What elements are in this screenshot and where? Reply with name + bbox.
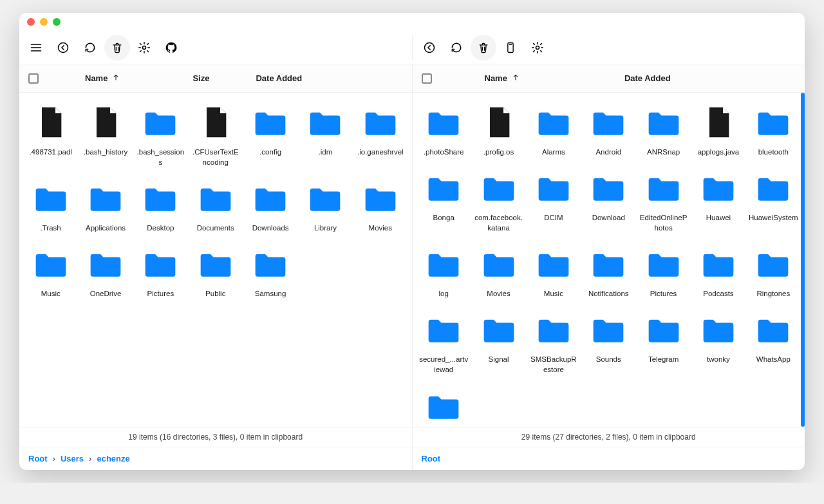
folder-item[interactable]: Telegram [636, 312, 691, 375]
folder-item[interactable]: Notifications [581, 246, 636, 299]
menu-button[interactable] [23, 35, 49, 61]
folder-item[interactable]: Android [581, 104, 636, 157]
item-label: Desktop [147, 223, 174, 233]
close-window-icon[interactable] [27, 18, 35, 26]
folder-item[interactable] [417, 388, 471, 427]
pane-right: Name Date Added .photoShare.profig.osAla… [412, 64, 805, 427]
folder-item[interactable]: Download [581, 170, 636, 233]
refresh-button[interactable] [77, 35, 103, 61]
folder-item[interactable]: com.facebook.katana [471, 170, 526, 233]
folder-item[interactable]: .config [243, 104, 297, 167]
file-item[interactable]: .bash_history [78, 104, 133, 167]
settings-button[interactable] [131, 35, 157, 61]
folder-item[interactable]: Ringtones [746, 246, 801, 299]
item-label: twonky [707, 354, 730, 364]
folder-icon [481, 170, 517, 206]
folder-item[interactable]: Huawei [691, 170, 745, 233]
app-window: Name Size Date Added .498731.padl.bash_h… [19, 13, 805, 470]
file-icon [700, 104, 736, 140]
folder-icon [590, 104, 626, 140]
folder-item[interactable]: Desktop [133, 180, 188, 233]
item-label: secured_...artviewad [419, 354, 469, 375]
folder-icon [590, 246, 626, 282]
folder-item[interactable]: .io.ganeshrvel [353, 104, 407, 167]
folder-item[interactable]: .photoShare [417, 104, 471, 157]
breadcrumb-item[interactable]: Root [422, 454, 441, 463]
folder-item[interactable]: DCIM [526, 170, 581, 233]
file-item[interactable]: applogs.java [691, 104, 745, 157]
folder-item[interactable]: Applications [78, 180, 133, 233]
folder-item[interactable]: Music [526, 246, 581, 299]
item-label: Movies [369, 223, 392, 233]
storage-button[interactable] [498, 35, 523, 61]
column-name[interactable]: Name [85, 73, 120, 84]
folder-item[interactable]: .idm [298, 104, 353, 167]
item-label: DCIM [544, 212, 563, 223]
folder-item[interactable]: .Trash [23, 180, 78, 233]
select-all-checkbox[interactable] [422, 73, 432, 84]
folder-item[interactable]: Movies [471, 246, 526, 299]
zoom-window-icon[interactable] [53, 18, 61, 26]
breadcrumb-item[interactable]: Users [61, 454, 84, 463]
folder-icon [700, 246, 736, 282]
scrollbar[interactable] [801, 93, 805, 427]
folder-item[interactable]: secured_...artviewad [417, 312, 471, 375]
select-all-checkbox[interactable] [28, 73, 39, 84]
item-label: HuaweiSystem [749, 212, 798, 223]
folder-item[interactable]: Pictures [636, 246, 691, 299]
folder-item[interactable]: SMSBackupRestore [526, 312, 581, 375]
folder-item[interactable]: Alarms [526, 104, 581, 157]
item-label: Bonga [433, 212, 454, 223]
delete-button[interactable] [471, 35, 496, 61]
folder-item[interactable]: Sounds [581, 312, 636, 375]
column-date[interactable]: Date Added [256, 73, 302, 83]
folder-item[interactable]: Podcasts [691, 246, 745, 299]
refresh-button[interactable] [444, 35, 469, 61]
folder-item[interactable]: Downloads [243, 180, 297, 233]
folder-item[interactable]: WhatsApp [746, 312, 801, 375]
item-label: Music [41, 288, 61, 299]
minimize-window-icon[interactable] [40, 18, 48, 26]
item-label: .498731.padl [29, 147, 72, 157]
file-item[interactable]: .profig.os [471, 104, 526, 157]
folder-item[interactable]: OneDrive [78, 246, 133, 299]
github-button[interactable] [158, 35, 184, 61]
folder-item[interactable]: Bonga [417, 170, 471, 233]
file-grid[interactable]: .photoShare.profig.osAlarmsAndroidANRSna… [413, 93, 805, 427]
breadcrumb-item[interactable]: Root [28, 454, 48, 463]
folder-item[interactable]: Documents [188, 180, 243, 233]
folder-icon [142, 246, 178, 282]
column-date[interactable]: Date Added [624, 73, 671, 83]
back-button[interactable] [50, 35, 76, 61]
folder-item[interactable]: bluetooth [746, 104, 801, 157]
column-size[interactable]: Size [192, 73, 209, 83]
folder-item[interactable]: Public [188, 246, 243, 299]
folder-item[interactable]: ANRSnap [636, 104, 691, 157]
folder-item[interactable]: Movies [353, 180, 407, 233]
folder-item[interactable]: .bash_sessions [133, 104, 188, 167]
breadcrumb-item[interactable]: echenze [97, 454, 129, 463]
item-label: applogs.java [698, 147, 740, 157]
folder-item[interactable]: Library [298, 180, 353, 233]
folder-item[interactable]: Pictures [133, 246, 188, 299]
folder-item[interactable]: Signal [471, 312, 526, 375]
folder-item[interactable]: twonky [691, 312, 745, 375]
folder-item[interactable]: Music [23, 246, 78, 299]
folder-item[interactable]: log [417, 246, 471, 299]
file-item[interactable]: .CFUserTextEncoding [188, 104, 243, 167]
back-button[interactable] [417, 35, 442, 61]
item-label: .profig.os [483, 147, 514, 157]
folder-item[interactable]: EditedOnlinePhotos [636, 170, 691, 233]
folder-icon [590, 312, 626, 348]
folder-icon [755, 104, 791, 140]
item-label: .config [259, 147, 281, 157]
delete-button[interactable] [104, 35, 130, 61]
folder-item[interactable]: HuaweiSystem [746, 170, 801, 233]
file-grid[interactable]: .498731.padl.bash_history.bash_sessions.… [19, 93, 412, 427]
settings-button[interactable] [525, 35, 550, 61]
status-row: 19 items (16 directories, 3 files), 0 it… [19, 427, 805, 447]
file-item[interactable]: .498731.padl [23, 104, 78, 167]
folder-item[interactable]: Samsung [243, 246, 297, 299]
column-name[interactable]: Name [485, 73, 520, 84]
column-header: Name Size Date Added [19, 64, 412, 93]
